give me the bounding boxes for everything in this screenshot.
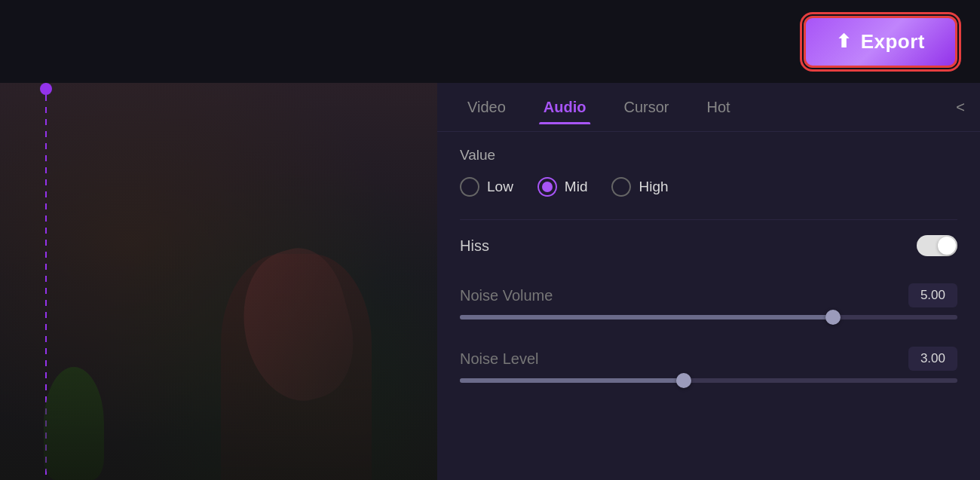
noise-volume-fill	[460, 315, 833, 319]
hiss-label: Hiss	[460, 237, 489, 255]
hiss-row: Hiss	[460, 235, 957, 256]
radio-mid-label: Mid	[565, 179, 588, 195]
tab-video[interactable]: Video	[452, 91, 521, 124]
radio-high[interactable]: High	[611, 177, 668, 197]
spacer-2	[460, 335, 957, 347]
noise-volume-label: Noise Volume	[460, 287, 553, 304]
hiss-toggle-thumb	[938, 237, 956, 255]
tab-chevron[interactable]: <	[956, 99, 965, 116]
tab-hot[interactable]: Hot	[691, 91, 745, 124]
noise-level-track[interactable]	[460, 378, 957, 383]
top-bar: ⬆ Export	[0, 0, 980, 83]
noise-level-row: Noise Level 3.00	[460, 347, 957, 383]
noise-volume-value: 5.00	[908, 283, 957, 307]
noise-level-label: Noise Level	[460, 350, 539, 368]
radio-group: Low Mid High	[460, 177, 957, 197]
tab-audio[interactable]: Audio	[528, 91, 602, 124]
plant-shape	[44, 367, 104, 480]
export-label: Export	[861, 30, 925, 54]
noise-volume-thumb[interactable]	[825, 310, 841, 325]
noise-level-value: 3.00	[908, 347, 957, 371]
value-label: Value	[460, 147, 957, 164]
separator-1	[460, 219, 957, 220]
video-preview	[0, 83, 437, 480]
noise-level-fill	[460, 378, 684, 383]
panel-content: Value Low Mid High	[437, 132, 980, 480]
video-content	[0, 83, 437, 480]
radio-low-outer	[460, 177, 479, 197]
video-panel	[0, 83, 437, 480]
noise-level-thumb[interactable]	[676, 373, 691, 388]
noise-level-header: Noise Level 3.00	[460, 347, 957, 371]
radio-mid-outer	[537, 177, 557, 197]
radio-low[interactable]: Low	[460, 177, 513, 197]
radio-mid[interactable]: Mid	[537, 177, 588, 197]
tabs-bar: Video Audio Cursor Hot <	[437, 83, 980, 132]
main-content: Video Audio Cursor Hot < Value Low Mid	[0, 83, 980, 480]
tab-cursor[interactable]: Cursor	[608, 91, 684, 124]
radio-high-label: High	[639, 179, 668, 195]
noise-volume-header: Noise Volume 5.00	[460, 283, 957, 307]
spacer-1	[460, 268, 957, 283]
export-icon: ⬆	[836, 31, 852, 52]
radio-low-label: Low	[487, 179, 513, 195]
export-button[interactable]: ⬆ Export	[804, 16, 957, 68]
radio-high-outer	[611, 177, 631, 197]
noise-volume-row: Noise Volume 5.00	[460, 283, 957, 319]
timeline-marker	[40, 83, 52, 95]
radio-mid-inner	[542, 182, 553, 192]
right-panel: Video Audio Cursor Hot < Value Low Mid	[437, 83, 980, 480]
noise-volume-track[interactable]	[460, 315, 957, 319]
hiss-toggle[interactable]	[917, 235, 957, 256]
